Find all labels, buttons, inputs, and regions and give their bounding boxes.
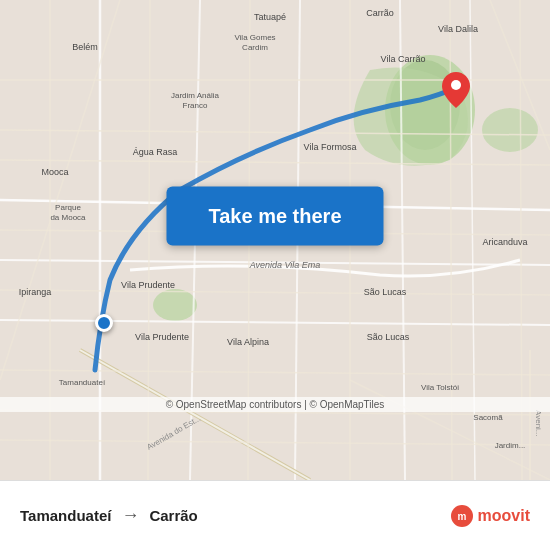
svg-text:m: m	[457, 511, 466, 522]
svg-text:Tatuapé: Tatuapé	[254, 12, 286, 22]
destination-pin	[442, 72, 470, 112]
svg-text:Vila Gomes: Vila Gomes	[234, 33, 275, 42]
svg-text:Parque: Parque	[55, 203, 81, 212]
svg-text:Vila Tolstói: Vila Tolstói	[421, 383, 459, 392]
moovit-icon: m	[450, 504, 474, 528]
svg-text:Sacomã: Sacomã	[473, 413, 503, 422]
svg-text:Ipiranga: Ipiranga	[19, 287, 52, 297]
svg-point-4	[482, 108, 538, 152]
route-info: Tamanduateí → Carrão	[20, 505, 198, 526]
svg-text:da Mooca: da Mooca	[50, 213, 86, 222]
svg-text:Carrão: Carrão	[366, 8, 394, 18]
svg-text:Mooca: Mooca	[41, 167, 68, 177]
svg-text:Avenida Vila Ema: Avenida Vila Ema	[249, 260, 321, 270]
svg-text:Vila Alpina: Vila Alpina	[227, 337, 269, 347]
svg-text:Tamanduateí: Tamanduateí	[59, 378, 106, 387]
svg-text:Vila Formosa: Vila Formosa	[304, 142, 357, 152]
svg-point-3	[153, 289, 197, 321]
svg-text:Vila Prudente: Vila Prudente	[135, 332, 189, 342]
take-me-there-button[interactable]: Take me there	[166, 187, 383, 246]
attribution: © OpenStreetMap contributors | © OpenMap…	[0, 397, 550, 412]
svg-text:Água Rasa: Água Rasa	[133, 147, 178, 157]
svg-text:Belém: Belém	[72, 42, 98, 52]
svg-text:São Lucas: São Lucas	[367, 332, 410, 342]
svg-text:Vila Carrão: Vila Carrão	[381, 54, 426, 64]
svg-text:Jardim...: Jardim...	[495, 441, 526, 450]
destination-label: Carrão	[149, 507, 197, 524]
origin-label: Tamanduateí	[20, 507, 111, 524]
moovit-logo: m moovit	[450, 504, 530, 528]
svg-text:Vila Prudente: Vila Prudente	[121, 280, 175, 290]
moovit-brand-text: moovit	[478, 507, 530, 525]
svg-text:Vila Dalila: Vila Dalila	[438, 24, 478, 34]
svg-text:Franco: Franco	[183, 101, 208, 110]
svg-point-61	[451, 80, 461, 90]
svg-text:Aveni...: Aveni...	[534, 410, 543, 437]
arrow-icon: →	[121, 505, 139, 526]
svg-text:Jardim Anália: Jardim Anália	[171, 91, 220, 100]
map-container: Avenida Vila Ema Avenida do Est... Tatua…	[0, 0, 550, 480]
origin-pin	[95, 314, 113, 332]
bottom-bar: Tamanduateí → Carrão m moovit	[0, 480, 550, 550]
svg-text:São Lucas: São Lucas	[364, 287, 407, 297]
svg-text:Aricanduva: Aricanduva	[482, 237, 527, 247]
svg-text:Cardim: Cardim	[242, 43, 268, 52]
